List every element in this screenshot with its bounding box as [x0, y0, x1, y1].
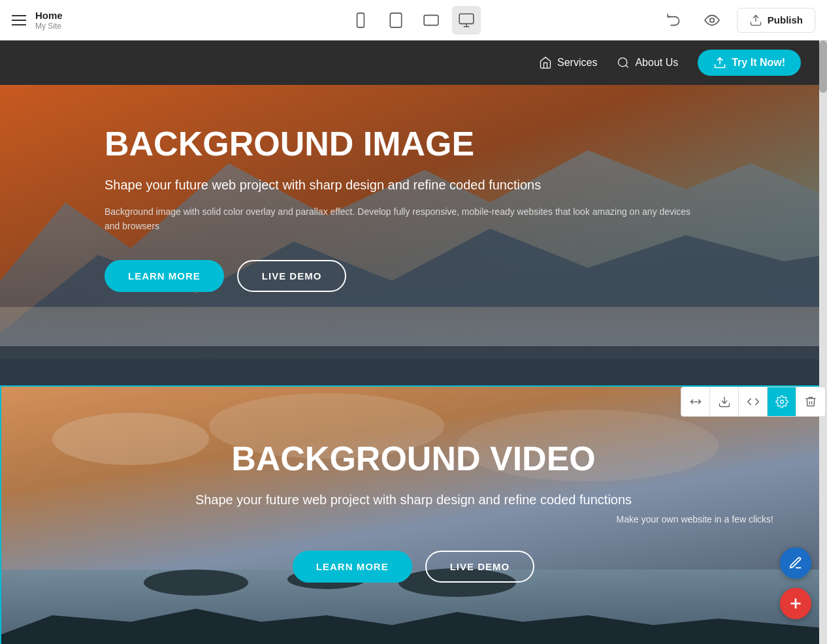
- site-info: Home My Site: [35, 10, 63, 31]
- section-move-button[interactable]: [681, 387, 710, 416]
- svg-rect-4: [424, 15, 438, 25]
- svg-point-9: [710, 18, 715, 22]
- device-switcher: [346, 6, 481, 35]
- nav-services-label: Services: [557, 57, 597, 69]
- svg-rect-18: [0, 346, 827, 385]
- svg-line-12: [626, 65, 628, 68]
- tablet-landscape-view-button[interactable]: [417, 6, 446, 35]
- site-navbar: Services About Us Try It Now!: [0, 40, 827, 85]
- site-title: Home: [35, 10, 63, 22]
- section1-content: BACKGROUND IMAGE Shape your future web p…: [0, 85, 827, 292]
- section1-heading: BACKGROUND IMAGE: [105, 124, 827, 163]
- nav-about[interactable]: About Us: [617, 56, 678, 69]
- section2-learn-more-button[interactable]: LEARN MORE: [293, 551, 412, 583]
- svg-point-11: [619, 58, 627, 67]
- toolbar-right: Publish: [661, 7, 815, 33]
- section2-subtitle: Shape your future web project with sharp…: [1, 492, 826, 507]
- mobile-view-button[interactable]: [346, 6, 375, 35]
- svg-rect-0: [357, 13, 365, 27]
- svg-point-21: [780, 400, 783, 404]
- section1-description: Background image with solid color overla…: [105, 204, 692, 234]
- preview-button[interactable]: [699, 7, 725, 33]
- svg-rect-6: [459, 14, 474, 24]
- site-subtitle: My Site: [35, 22, 63, 31]
- nav-about-label: About Us: [635, 57, 678, 69]
- section-settings-button[interactable]: [768, 387, 796, 416]
- section2-tagline: Make your own website in a few clicks!: [1, 514, 826, 524]
- try-it-now-label: Try It Now!: [732, 57, 785, 69]
- toolbar-left: Home My Site: [12, 10, 63, 31]
- section2-background: BACKGROUND VIDEO Shape your future web p…: [1, 387, 826, 644]
- section-delete-button[interactable]: [796, 387, 825, 416]
- try-it-now-button[interactable]: Try It Now!: [698, 50, 801, 76]
- section-background-video: BACKGROUND VIDEO Shape your future web p…: [0, 385, 827, 644]
- top-toolbar: Home My Site Publish: [0, 0, 827, 40]
- nav-services[interactable]: Services: [539, 56, 597, 69]
- add-fab-button[interactable]: [780, 588, 811, 619]
- edit-fab-button[interactable]: [780, 547, 811, 579]
- publish-button[interactable]: Publish: [737, 8, 815, 33]
- section2-buttons: LEARN MORE LIVE DEMO: [1, 551, 826, 583]
- section-background-image: BACKGROUND IMAGE Shape your future web p…: [0, 85, 827, 385]
- undo-button[interactable]: [661, 7, 687, 33]
- section2-live-demo-button[interactable]: LIVE DEMO: [425, 551, 535, 583]
- section-download-button[interactable]: [710, 387, 739, 416]
- svg-rect-2: [390, 13, 401, 27]
- section-toolbar: [681, 387, 826, 417]
- section2-heading: BACKGROUND VIDEO: [1, 439, 826, 478]
- canvas-area: Services About Us Try It Now!: [0, 40, 827, 644]
- desktop-view-button[interactable]: [452, 6, 481, 35]
- section1-subtitle: Shape your future web project with sharp…: [105, 178, 640, 193]
- publish-label: Publish: [768, 14, 803, 25]
- section1-learn-more-button[interactable]: LEARN MORE: [105, 260, 224, 292]
- section1-buttons: LEARN MORE LIVE DEMO: [105, 260, 827, 292]
- menu-icon[interactable]: [12, 15, 26, 25]
- section1-live-demo-button[interactable]: LIVE DEMO: [237, 260, 347, 292]
- section-code-button[interactable]: [739, 387, 768, 416]
- tablet-view-button[interactable]: [381, 6, 410, 35]
